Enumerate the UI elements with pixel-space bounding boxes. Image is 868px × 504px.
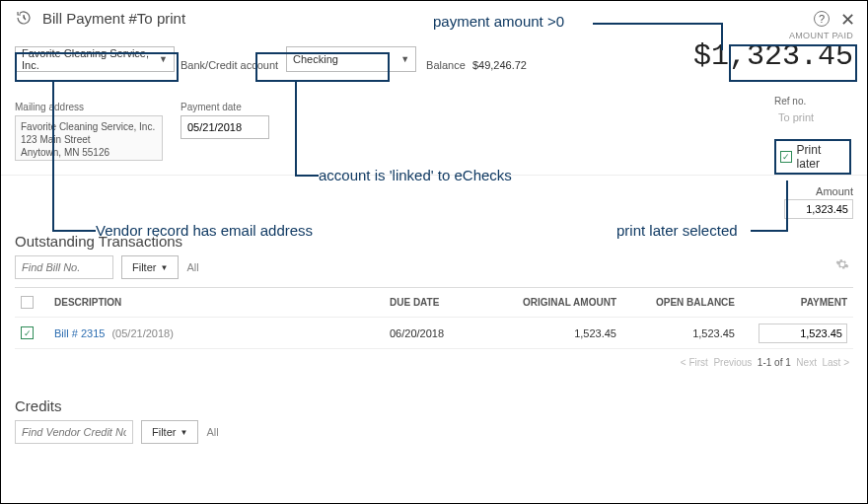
cell-open: 1,523.45 — [626, 327, 745, 339]
gear-icon[interactable] — [835, 257, 849, 274]
history-icon[interactable] — [15, 9, 33, 27]
ref-block: Ref no. To print ✓ Print later — [774, 96, 853, 175]
annotation-line — [295, 175, 319, 177]
col-due: DUE DATE — [390, 297, 498, 308]
table-row: ✓ Bill # 2315 (05/21/2018) 06/20/2018 1,… — [15, 318, 853, 349]
bill-date: (05/21/2018) — [111, 327, 173, 339]
ref-value: To print — [774, 109, 853, 125]
row-checkbox[interactable]: ✓ — [21, 326, 34, 339]
credits-filters: Filter ▼ All — [1, 420, 867, 452]
chevron-down-icon: ▼ — [160, 263, 168, 272]
close-icon[interactable]: ✕ — [840, 9, 855, 31]
pager: < First Previous 1-1 of 1 Next Last > — [1, 349, 867, 376]
annotation-box-vendor — [15, 52, 179, 82]
cell-due: 06/20/2018 — [390, 327, 498, 339]
mid-row: Mailing address Favorite Cleaning Servic… — [1, 86, 867, 175]
pager-next[interactable]: Next — [796, 357, 817, 368]
credits-title: Credits — [1, 390, 867, 420]
pager-first[interactable]: < First — [681, 357, 708, 368]
pager-last[interactable]: Last > — [822, 357, 849, 368]
print-later-checkbox[interactable]: ✓ Print later — [774, 139, 851, 175]
annotation-line — [295, 82, 297, 175]
help-icon[interactable]: ? — [814, 11, 830, 27]
amount-input[interactable] — [784, 199, 853, 219]
mailing-address[interactable]: Favorite Cleaning Service, Inc. 123 Main… — [15, 115, 163, 161]
find-bill-input[interactable] — [15, 255, 113, 279]
payment-date-block: Payment date — [181, 102, 279, 139]
cell-original: 1,523.45 — [498, 327, 626, 339]
select-all-checkbox[interactable]: ✓ — [21, 296, 34, 309]
check-icon: ✓ — [780, 151, 792, 163]
find-credit-input[interactable] — [15, 420, 133, 444]
balance-display: Balance $49,246.72 — [426, 49, 527, 71]
outstanding-table: ✓ DESCRIPTION DUE DATE ORIGINAL AMOUNT O… — [15, 287, 853, 349]
header-bar: Bill Payment #To print ? ✕ — [1, 1, 867, 31]
amount-row: Amount — [1, 175, 867, 225]
outstanding-title: Outstanding Transactions — [1, 225, 867, 255]
pager-range: 1-1 of 1 — [758, 357, 791, 368]
pager-prev[interactable]: Previous — [713, 357, 752, 368]
outstanding-filters: Filter ▼ All — [1, 255, 867, 287]
annotation-line — [721, 23, 723, 50]
annotation-box-amount — [729, 44, 857, 82]
credits-filter-button[interactable]: Filter ▼ — [141, 420, 198, 444]
bill-link[interactable]: Bill # 2315 — [54, 327, 105, 339]
print-later-label: Print later — [797, 143, 845, 171]
mailing-label: Mailing address — [15, 102, 163, 112]
annotation-line — [786, 180, 788, 232]
payment-date-input[interactable] — [181, 115, 269, 139]
col-payment: PAYMENT — [745, 297, 853, 308]
mailing-block: Mailing address Favorite Cleaning Servic… — [15, 102, 163, 161]
ref-label: Ref no. — [774, 96, 853, 107]
annotation-box-account — [255, 52, 390, 82]
payment-date-label: Payment date — [181, 102, 279, 112]
page-title: Bill Payment #To print — [42, 10, 185, 27]
chevron-down-icon: ▼ — [180, 428, 187, 437]
chevron-down-icon: ▼ — [400, 54, 409, 64]
table-header: ✓ DESCRIPTION DUE DATE ORIGINAL AMOUNT O… — [15, 288, 853, 318]
col-description: DESCRIPTION — [50, 297, 390, 308]
annotation-line — [751, 230, 786, 232]
amount-label: Amount — [755, 185, 853, 197]
col-original: ORIGINAL AMOUNT — [498, 297, 626, 308]
filter-all-label: All — [186, 261, 198, 273]
annotation-line — [52, 82, 54, 230]
col-open: OPEN BALANCE — [626, 297, 745, 308]
credits-all-label: All — [206, 426, 218, 438]
payment-input[interactable] — [759, 324, 847, 343]
annotation-line — [52, 230, 96, 232]
filter-button[interactable]: Filter ▼ — [121, 255, 179, 279]
annotation-line — [593, 23, 721, 25]
